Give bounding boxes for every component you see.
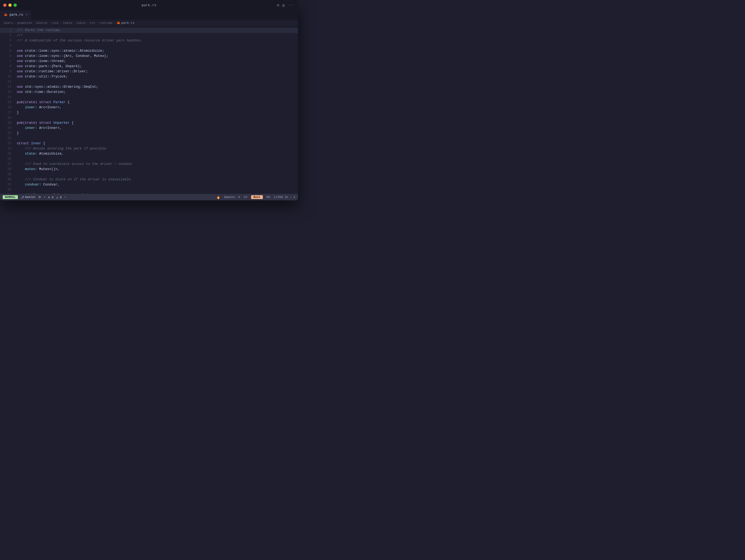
line-content: /// Avoids entering the park if possible bbox=[17, 146, 106, 152]
line-content: pub(crate) struct Unparker { bbox=[17, 121, 74, 126]
code-line-16: 16 inner: Arc<Inner>, bbox=[0, 105, 298, 110]
line-number: 20 bbox=[4, 126, 11, 131]
breadcrumb: Users › pcwalton › Source › rust › tokio… bbox=[0, 20, 298, 26]
status-sync: ⟳ bbox=[38, 196, 41, 199]
status-percentage: 0% bbox=[266, 196, 270, 199]
line-number: 17 bbox=[4, 110, 11, 116]
breadcrumb-sep-8: › bbox=[114, 21, 116, 25]
code-line-20: 20 inner: Arc<Inner>, bbox=[0, 126, 298, 131]
line-number: 32 bbox=[4, 187, 11, 193]
code-line-5: 5use crate::loom::sync::atomic::AtomicUs… bbox=[0, 48, 298, 54]
status-sep1: › bbox=[44, 196, 45, 199]
line-number: 26 bbox=[4, 157, 11, 162]
line-content: mutex: Mutex<()>, bbox=[17, 167, 60, 172]
breadcrumb-runtime[interactable]: runtime bbox=[99, 21, 112, 25]
code-line-8: 8use crate::park::{Park, Unpark}; bbox=[0, 64, 298, 69]
line-number: 23 bbox=[4, 141, 11, 146]
line-content: //! bbox=[17, 33, 23, 38]
line-number: 6 bbox=[4, 54, 11, 59]
breadcrumb-tokio1[interactable]: tokio bbox=[63, 21, 72, 25]
line-number: 5 bbox=[4, 48, 11, 54]
line-content: //! Parks the runtime. bbox=[17, 28, 62, 33]
code-line-19: 19pub(crate) struct Unparker { bbox=[0, 121, 298, 126]
breadcrumb-sep-5: › bbox=[73, 21, 75, 25]
split-h-icon[interactable]: ⊞ bbox=[277, 3, 279, 8]
line-content: inner: Arc<Inner>, bbox=[17, 105, 62, 110]
line-number: 10 bbox=[4, 74, 11, 79]
maximize-button[interactable] bbox=[13, 3, 17, 7]
code-line-15: 15pub(crate) struct Parker { bbox=[0, 100, 298, 105]
breadcrumb-file-icon: 🦀 bbox=[117, 21, 120, 25]
line-content: condvar: Condvar, bbox=[17, 182, 60, 187]
line-content: use crate::loom::thread; bbox=[17, 59, 66, 64]
close-button[interactable] bbox=[3, 3, 6, 7]
line-number: 12 bbox=[4, 85, 11, 90]
line-content: } bbox=[17, 131, 19, 136]
line-content: /// Used to coordinate access to the dri… bbox=[17, 162, 133, 167]
breadcrumb-users[interactable]: Users bbox=[4, 21, 13, 25]
line-number: 25 bbox=[4, 152, 11, 157]
line-number: 22 bbox=[4, 136, 11, 141]
status-right: 🔥 Spaces: 4 LF Rust 0% 1/258 ln : 1 bbox=[217, 195, 295, 199]
line-number: 19 bbox=[4, 121, 11, 126]
code-line-14: 14 bbox=[0, 95, 298, 100]
line-content: use std::time::Duration; bbox=[17, 90, 66, 95]
tab-label: park.rs bbox=[9, 13, 23, 17]
line-number: 31 bbox=[4, 182, 11, 187]
status-warnings: △ 0 bbox=[56, 196, 62, 199]
more-icon[interactable]: ··· bbox=[288, 3, 295, 7]
line-number: 13 bbox=[4, 90, 11, 95]
breadcrumb-src[interactable]: src bbox=[90, 21, 95, 25]
code-line-1: 1//! Parks the runtime. bbox=[0, 28, 298, 33]
branch-name: master bbox=[25, 196, 36, 199]
code-line-11: 11 bbox=[0, 79, 298, 85]
line-content: use crate::runtime::driver::Driver; bbox=[17, 69, 88, 74]
code-lines: 1//! Parks the runtime.2//!3//! A combin… bbox=[0, 28, 298, 194]
line-content: pub(crate) struct Parker { bbox=[17, 100, 70, 105]
breadcrumb-pcwalton[interactable]: pcwalton bbox=[17, 21, 32, 25]
line-number: 4 bbox=[4, 43, 11, 48]
code-line-6: 6use crate::loom::sync::{Arc, Condvar, M… bbox=[0, 54, 298, 59]
line-number: 2 bbox=[4, 33, 11, 38]
breadcrumb-file: 🦀 park.rs bbox=[117, 21, 134, 25]
code-line-30: 30 /// Condvar to block on if the driver… bbox=[0, 177, 298, 182]
breadcrumb-sep-6: › bbox=[87, 21, 89, 25]
status-lineending: LF bbox=[244, 196, 247, 199]
breadcrumb-rust[interactable]: rust bbox=[52, 21, 59, 25]
line-content: inner: Arc<Inner>, bbox=[17, 126, 62, 131]
tab-park-rs[interactable]: 🦀 park.rs × bbox=[0, 10, 32, 19]
line-number: 29 bbox=[4, 172, 11, 177]
status-spaces: Spaces: 4 bbox=[224, 196, 240, 199]
status-errors: ⊘ 0 bbox=[48, 196, 54, 199]
line-number: 28 bbox=[4, 167, 11, 172]
status-run: › bbox=[64, 196, 66, 199]
code-line-9: 9use crate::runtime::driver::Driver; bbox=[0, 69, 298, 74]
line-content: use crate::loom::sync::{Arc, Condvar, Mu… bbox=[17, 54, 108, 59]
code-line-24: 24 /// Avoids entering the park if possi… bbox=[0, 146, 298, 152]
status-mode: NORMAL bbox=[3, 195, 18, 199]
code-line-13: 13use std::time::Duration; bbox=[0, 90, 298, 95]
code-line-22: 22 bbox=[0, 136, 298, 141]
code-line-3: 3//! A combination of the various resour… bbox=[0, 38, 298, 43]
line-content: /// Condvar to block on if the driver is… bbox=[17, 177, 133, 182]
code-line-21: 21} bbox=[0, 131, 298, 136]
tab-close-button[interactable]: × bbox=[26, 13, 27, 17]
code-line-28: 28 mutex: Mutex<()>, bbox=[0, 167, 298, 172]
line-number: 8 bbox=[4, 64, 11, 69]
breadcrumb-tokio2[interactable]: tokio bbox=[76, 21, 86, 25]
line-number: 14 bbox=[4, 95, 11, 100]
tab-file-icon: 🦀 bbox=[4, 13, 8, 17]
minimize-button[interactable] bbox=[8, 3, 12, 7]
line-content: //! A combination of the various resourc… bbox=[17, 38, 143, 43]
status-language: Rust bbox=[251, 195, 262, 199]
code-line-26: 26 bbox=[0, 157, 298, 162]
breadcrumb-source[interactable]: Source bbox=[36, 21, 47, 25]
line-number: 24 bbox=[4, 146, 11, 152]
code-editor[interactable]: 1//! Parks the runtime.2//!3//! A combin… bbox=[0, 26, 298, 194]
breadcrumb-sep-1: › bbox=[14, 21, 16, 25]
titlebar-actions: ⊞ ▥ ··· bbox=[277, 3, 295, 8]
split-v-icon[interactable]: ▥ bbox=[282, 3, 285, 8]
code-line-29: 29 bbox=[0, 172, 298, 177]
breadcrumb-sep-2: › bbox=[33, 21, 35, 25]
tabbar: 🦀 park.rs × bbox=[0, 10, 298, 20]
